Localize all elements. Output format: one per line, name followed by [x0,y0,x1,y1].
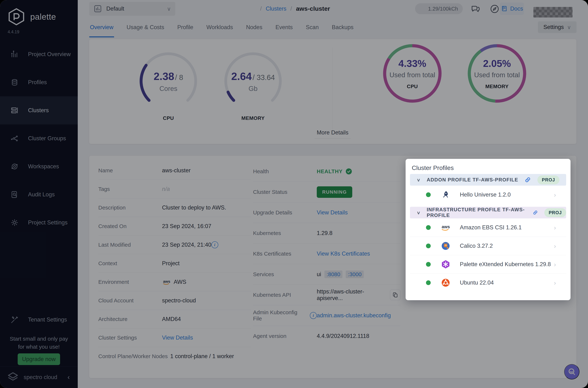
aws-icon: aws [441,223,450,232]
chevron-right-icon: › [554,242,556,250]
status-dot [426,243,431,248]
scope-badge: PROJ [544,208,566,217]
ubuntu-icon [441,278,450,288]
chevron-right-icon: › [554,261,556,268]
status-dot [426,280,431,285]
status-dot [426,262,431,267]
panel-title: Cluster Profiles [412,164,454,171]
infrastructure-profile-section: ∨ INFRASTRUCTURE PROFILE TF-AWS-PROFILE … [410,207,566,292]
profile-layer-amazon-ebs-csi[interactable]: aws Amazon EBS CSI 1.26.1 › [410,218,566,237]
addon-profile-section: ∨ ADDON PROFILE TF-AWS-PROFILE PROJ Hell… [410,174,566,204]
calico-icon [441,241,450,251]
chevron-down-icon: ∨ [416,177,421,182]
link-icon [532,209,538,216]
chevron-right-icon: › [554,191,556,198]
chevron-right-icon: › [554,224,556,231]
svg-text:aws: aws [442,224,450,229]
profile-layer-calico[interactable]: Calico 3.27.2 › [410,237,566,255]
profile-layer-pxk[interactable]: Palette eXtended Kubernetes 1.29.8 › [410,255,566,274]
profile-layer-ubuntu[interactable]: Ubuntu 22.04 › [410,274,566,292]
scope-badge: PROJ [537,175,559,184]
status-dot [426,225,431,230]
pxk-icon [441,260,450,269]
status-dot [426,192,431,197]
infrastructure-profile-header[interactable]: ∨ INFRASTRUCTURE PROFILE TF-AWS-PROFILE … [410,207,566,218]
chevron-right-icon: › [554,279,556,286]
link-icon [524,176,531,183]
hello-universe-icon [441,190,450,199]
app-window: palette 4.4.19 Project Overview Profiles… [0,0,588,388]
chevron-down-icon: ∨ [416,210,421,215]
cluster-profiles-panel: Cluster Profiles ∨ ADDON PROFILE TF-AWS-… [406,159,570,300]
profile-layer-hello-universe[interactable]: Hello Universe 1.2.0 › [410,186,566,204]
addon-profile-header[interactable]: ∨ ADDON PROFILE TF-AWS-PROFILE PROJ [410,174,566,186]
